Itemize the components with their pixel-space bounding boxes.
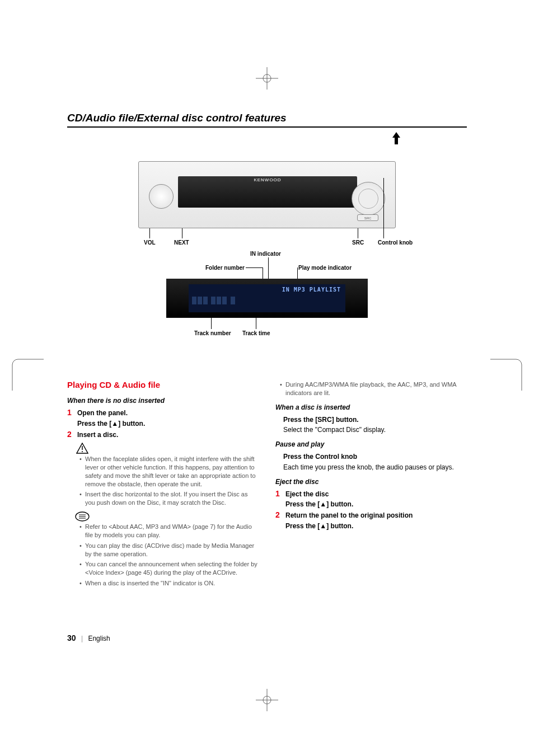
label-track-number: Track number xyxy=(194,330,231,336)
label-vol: VOL xyxy=(144,240,156,246)
step-number: 1 xyxy=(67,408,74,428)
heading-playing-cd: Playing CD & Audio file xyxy=(67,379,259,391)
print-crosshair-top xyxy=(256,67,278,90)
note-item: When the faceplate slides open, it might… xyxy=(79,455,259,488)
step-1-open-panel: 1 Open the panel. Press the [▲] button. xyxy=(67,408,259,428)
right-column: During AAC/MP3/WMA file playback, the AA… xyxy=(275,379,467,590)
label-track-time: Track time xyxy=(242,330,270,336)
lcd-screen: IN MP3 PLAYLIST xyxy=(189,284,345,312)
step-title: Open the panel. xyxy=(77,408,259,417)
leader xyxy=(211,318,212,329)
step-number: 2 xyxy=(275,511,282,530)
step-instruction: Press the [▲] button. xyxy=(285,500,467,509)
note-item: You can cancel the announcement when sel… xyxy=(79,560,259,577)
print-corner-left xyxy=(11,358,45,392)
instruction-title: Press the Control knob xyxy=(283,452,467,461)
lcd-indicators: IN MP3 PLAYLIST xyxy=(282,287,341,293)
display-closeup: IN MP3 PLAYLIST xyxy=(166,279,368,318)
step-instruction: Press the [▲] button. xyxy=(285,522,467,530)
subhead-no-disc: When there is no disc inserted xyxy=(67,396,259,405)
label-next: NEXT xyxy=(174,240,189,246)
label-play-mode: Play mode indicator xyxy=(298,265,352,271)
step-2-insert-disc: 2 Insert a disc. xyxy=(67,430,259,439)
page-footer: 30 | English xyxy=(67,633,110,642)
step-1-eject: 1 Eject the disc Press the [▲] button. xyxy=(275,490,467,509)
instruction-title: Press the [SRC] button. xyxy=(283,415,467,424)
step-instruction: Press the [▲] button. xyxy=(77,419,259,428)
leader xyxy=(182,228,182,238)
footer-separator: | xyxy=(81,635,83,642)
vol-knob xyxy=(149,184,174,209)
page-number: 30 xyxy=(67,633,76,642)
label-src: SRC xyxy=(352,240,364,246)
subhead-pause-play: Pause and play xyxy=(275,440,467,449)
label-folder-number: Folder number xyxy=(194,265,245,271)
print-crosshair-bottom xyxy=(256,689,278,711)
note-item: Refer to <About AAC, MP3 and WMA> (page … xyxy=(79,523,259,539)
instruction-body: Select the "Compact Disc" display. xyxy=(283,425,467,434)
step-title: Eject the disc xyxy=(285,490,467,499)
label-control-knob: Control knob xyxy=(378,240,413,246)
note-item: Insert the disc horizontal to the slot. … xyxy=(79,490,259,507)
step-title: Return the panel to the original positio… xyxy=(285,511,467,520)
leader xyxy=(358,228,358,238)
step-2-return-panel: 2 Return the panel to the original posit… xyxy=(275,511,467,530)
device-diagram: KENWOOD SRC VOL NEXT SRC Control knob IN… xyxy=(110,144,424,346)
info-icon xyxy=(75,511,259,522)
left-column: Playing CD & Audio file When there is no… xyxy=(67,379,259,590)
eject-indicator xyxy=(391,132,401,144)
instruction-body: Each time you press the knob, the audio … xyxy=(283,463,467,472)
lcd-digits xyxy=(192,297,248,306)
warning-notes: When the faceplate slides open, it might… xyxy=(79,455,259,507)
leader xyxy=(149,228,150,238)
info-notes: Refer to <About AAC, MP3 and WMA> (page … xyxy=(79,523,259,588)
note-item: During AAC/MP3/WMA file playback, the AA… xyxy=(280,381,467,397)
radio-display: KENWOOD xyxy=(178,176,357,208)
step-number: 2 xyxy=(67,430,74,439)
footer-language: English xyxy=(88,635,110,642)
subhead-disc-inserted: When a disc is inserted xyxy=(275,403,467,412)
leader xyxy=(256,318,256,329)
section-title: CD/Audio file/External disc control feat… xyxy=(67,112,467,124)
radio-faceplate: KENWOOD SRC xyxy=(138,161,396,228)
step-title: Insert a disc. xyxy=(77,430,259,439)
note-item: You can play the disc (ACDrive disc) mad… xyxy=(79,542,259,558)
subhead-eject: Eject the disc xyxy=(275,477,467,486)
step-number: 1 xyxy=(275,490,282,509)
label-in-indicator: IN indicator xyxy=(250,251,281,257)
kenwood-logo: KENWOOD xyxy=(178,176,357,182)
print-corner-right xyxy=(489,358,523,392)
warning-icon xyxy=(76,443,259,454)
src-button: SRC xyxy=(357,214,378,221)
note-item: When a disc is inserted the "IN" indicat… xyxy=(79,579,259,588)
leader xyxy=(383,178,384,238)
control-knob-inner xyxy=(358,189,378,209)
leader xyxy=(246,267,263,268)
svg-point-7 xyxy=(82,451,83,452)
info-notes-right: During AAC/MP3/WMA file playback, the AA… xyxy=(280,381,467,397)
